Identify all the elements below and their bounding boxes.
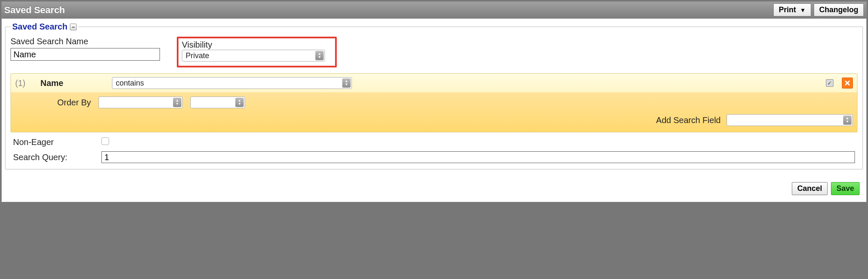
- add-field-select[interactable]: ▲▼: [727, 114, 853, 126]
- select-stepper-icon: ▲▼: [235, 98, 244, 107]
- criteria-operator-wrap: contains ▲▼: [112, 77, 352, 89]
- saved-search-window: Saved Search Print ▼ Changelog Saved Sea…: [1, 1, 867, 202]
- check-icon: ✓: [827, 80, 832, 86]
- cancel-button[interactable]: Cancel: [792, 182, 828, 195]
- content-area: Saved Search – Saved Search Name Visibil…: [2, 19, 866, 202]
- orderby-direction-select[interactable]: ▲▼: [190, 97, 245, 108]
- criteria-header-row: (1) Name contains ▲▼ ✓: [11, 74, 857, 92]
- orderby-label: Order By: [57, 98, 91, 107]
- close-x-icon: [844, 80, 851, 86]
- titlebar-actions: Print ▼ Changelog: [773, 3, 864, 16]
- print-button[interactable]: Print ▼: [773, 3, 811, 16]
- noneager-label: Non-Eager: [13, 137, 101, 147]
- noneager-checkbox[interactable]: [101, 137, 109, 145]
- collapse-toggle[interactable]: –: [70, 24, 77, 30]
- criteria-operator-value: contains: [116, 79, 144, 88]
- select-stepper-icon: ▲▼: [843, 115, 852, 125]
- criteria-field-name: Name: [40, 78, 104, 88]
- select-stepper-icon: ▲▼: [315, 51, 324, 60]
- select-stepper-icon: ▲▼: [173, 98, 181, 107]
- save-button[interactable]: Save: [831, 182, 860, 195]
- saved-search-fieldset: Saved Search – Saved Search Name Visibil…: [5, 22, 863, 169]
- criteria-enabled-checkbox[interactable]: ✓: [826, 79, 833, 87]
- name-field-label: Saved Search Name: [11, 37, 160, 46]
- lower-grid: Non-Eager Search Query:: [11, 134, 857, 167]
- fieldset-legend: Saved Search –: [11, 22, 78, 32]
- select-stepper-icon: ▲▼: [342, 78, 351, 88]
- criteria-operator-select[interactable]: contains ▲▼: [112, 77, 352, 89]
- print-label: Print: [779, 5, 796, 14]
- criteria-box: (1) Name contains ▲▼ ✓: [11, 73, 857, 132]
- dropdown-caret-icon: ▼: [800, 7, 806, 13]
- search-query-label: Search Query:: [13, 153, 101, 162]
- changelog-button[interactable]: Changelog: [814, 3, 864, 16]
- footer-actions: Cancel Save: [5, 169, 863, 199]
- add-field-line: Add Search Field ▲▼: [15, 114, 853, 126]
- criteria-delete-button[interactable]: [842, 78, 853, 89]
- name-field-block: Saved Search Name: [11, 37, 160, 61]
- orderby-field-select[interactable]: ▲▼: [99, 97, 183, 108]
- orderby-line: Order By ▲▼ ▲▼: [15, 97, 853, 108]
- titlebar: Saved Search Print ▼ Changelog: [2, 2, 866, 19]
- legend-text: Saved Search: [12, 22, 67, 32]
- visibility-select[interactable]: Private ▲▼: [182, 50, 325, 62]
- visibility-highlight: Visibility Private ▲▼: [177, 37, 337, 67]
- add-field-label: Add Search Field: [656, 115, 721, 125]
- window-title: Saved Search: [4, 5, 65, 16]
- top-row: Saved Search Name Visibility Private ▲▼: [11, 37, 857, 67]
- criteria-body: Order By ▲▼ ▲▼ Add Search Field: [11, 92, 857, 132]
- visibility-label: Visibility: [182, 40, 332, 50]
- criteria-index: (1): [15, 78, 32, 88]
- visibility-value: Private: [186, 51, 209, 60]
- name-input[interactable]: [11, 48, 160, 61]
- search-query-input[interactable]: [101, 151, 855, 163]
